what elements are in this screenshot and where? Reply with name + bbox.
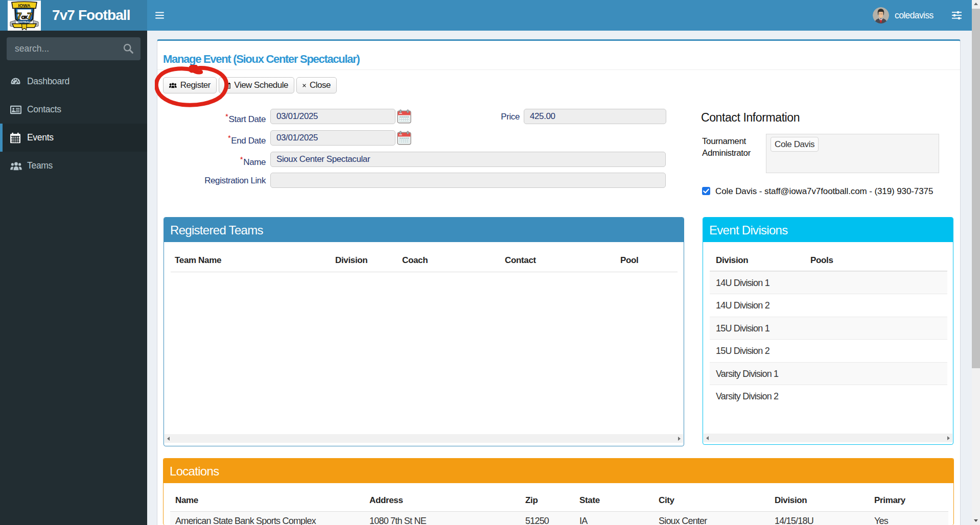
svg-text:IOWA: IOWA — [18, 3, 31, 8]
svg-text:FOOTBALL: FOOTBALL — [17, 20, 31, 23]
